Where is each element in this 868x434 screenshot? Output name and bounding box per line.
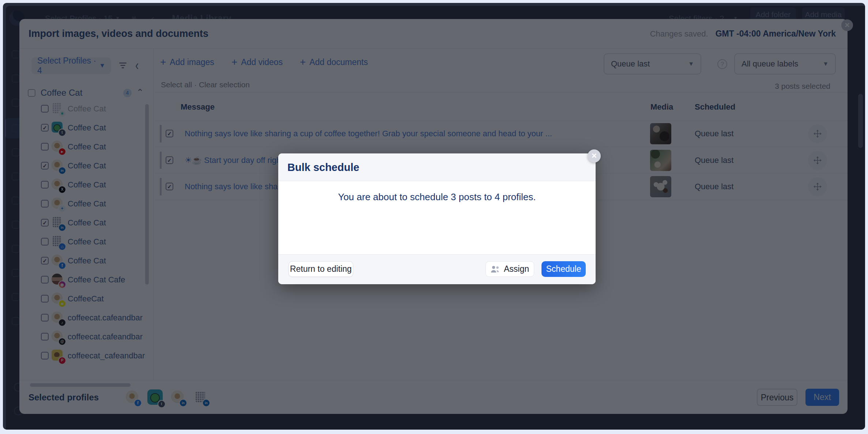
modal-header: Bulk schedule	[278, 153, 596, 181]
modal-footer: Return to editing Assign Schedule	[278, 254, 596, 284]
bulk-schedule-modal: Bulk schedule You are about to schedule …	[278, 153, 596, 284]
app-window: Select Profiles · 15 ▾ ≡ ‹ Media Library…	[3, 3, 865, 430]
modal-close-icon[interactable]: ✕	[588, 149, 601, 163]
modal-title: Bulk schedule	[287, 153, 359, 181]
assign-button[interactable]: Assign	[486, 261, 534, 277]
people-icon	[491, 266, 500, 273]
modal-message: You are about to schedule 3 posts to 4 p…	[278, 191, 596, 203]
assign-label: Assign	[504, 264, 529, 274]
schedule-button[interactable]: Schedule	[541, 261, 586, 277]
modal-body: You are about to schedule 3 posts to 4 p…	[278, 181, 596, 254]
return-to-editing-button[interactable]: Return to editing	[288, 261, 353, 277]
